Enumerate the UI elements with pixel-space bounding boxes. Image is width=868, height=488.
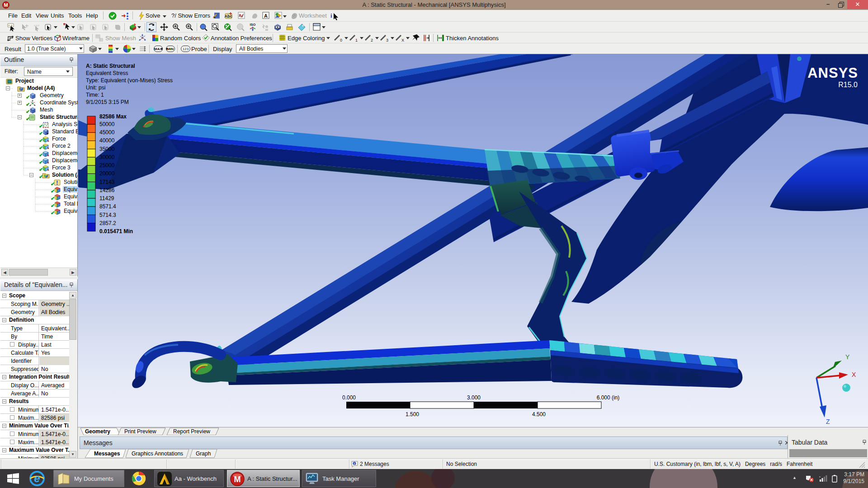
svg-text:40000: 40000 — [99, 137, 115, 144]
svg-text:⚬⚬: ⚬⚬ — [8, 24, 13, 27]
svg-text:2857.2: 2857.2 — [99, 220, 116, 226]
svg-text:45000: 45000 — [99, 129, 115, 136]
svg-text:0.000: 0.000 — [342, 394, 356, 401]
svg-text:R15.0: R15.0 — [838, 81, 858, 89]
svg-text:MIN: MIN — [167, 47, 174, 51]
svg-text:MAX: MAX — [154, 47, 162, 51]
svg-text:Equivalent Stress: Equivalent Stress — [86, 70, 128, 76]
svg-text:A: A — [264, 13, 268, 19]
svg-text:3: 3 — [386, 38, 388, 42]
svg-text:35000: 35000 — [99, 146, 115, 152]
svg-text:8571.4: 8571.4 — [99, 203, 116, 210]
svg-text:30000: 30000 — [99, 154, 115, 160]
svg-text:1: 1 — [355, 38, 358, 42]
svg-text:0: 0 — [340, 38, 342, 42]
svg-text:11429: 11429 — [99, 195, 114, 202]
svg-text:9/1/2015 3:15 PM: 9/1/2015 3:15 PM — [86, 99, 129, 105]
svg-text:A: Static Structural: A: Static Structural — [86, 63, 135, 69]
svg-text:Y: Y — [845, 353, 850, 361]
svg-text:1.500: 1.500 — [406, 411, 419, 418]
svg-text:Unit: psi: Unit: psi — [86, 84, 105, 91]
svg-text:20000: 20000 — [99, 170, 115, 177]
svg-text:M: M — [234, 475, 241, 484]
svg-text:0.015471 Min: 0.015471 Min — [99, 228, 133, 235]
svg-text:Abc: Abc — [225, 14, 232, 19]
svg-text:6.000 (in): 6.000 (in) — [597, 394, 620, 401]
svg-text:ANSYS: ANSYS — [807, 65, 858, 81]
svg-text:50000: 50000 — [99, 121, 115, 127]
svg-text:*: * — [819, 476, 821, 479]
svg-text:3.000: 3.000 — [467, 394, 481, 401]
svg-text:x,y,z: x,y,z — [34, 24, 39, 27]
svg-text:e: e — [34, 472, 40, 484]
svg-text:X: X — [401, 38, 404, 42]
svg-text:4.500: 4.500 — [532, 411, 546, 418]
svg-text:ISO: ISO — [250, 23, 256, 27]
svg-text:17143: 17143 — [99, 179, 115, 185]
svg-text:X: X — [852, 371, 856, 378]
svg-text:Type: Equivalent (von-Mises) S: Type: Equivalent (von-Mises) Stress — [86, 77, 173, 84]
svg-text:Time: 1: Time: 1 — [86, 92, 104, 98]
svg-text:Z: Z — [826, 418, 830, 425]
svg-text:82586 Max: 82586 Max — [99, 113, 127, 120]
svg-text:123: 123 — [183, 47, 189, 51]
svg-text:25000: 25000 — [99, 162, 115, 169]
svg-text:!: ! — [354, 462, 355, 465]
svg-text:2: 2 — [371, 38, 373, 42]
svg-text:5714.3: 5714.3 — [99, 212, 116, 218]
svg-text:14286: 14286 — [99, 187, 115, 193]
